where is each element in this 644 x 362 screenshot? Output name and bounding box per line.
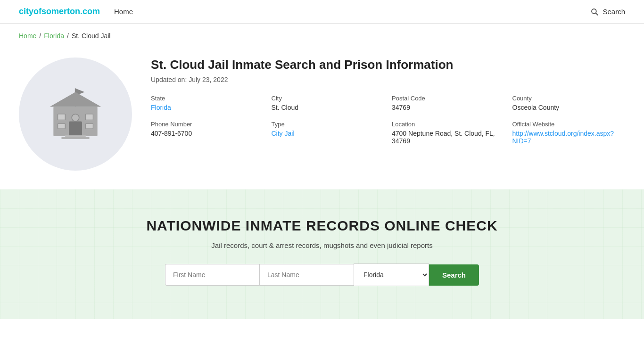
breadcrumb-sep-2: / xyxy=(67,32,69,40)
nav-home[interactable]: Home xyxy=(114,8,133,16)
info-county: County Osceola County xyxy=(512,95,626,111)
breadcrumb-state[interactable]: Florida xyxy=(44,32,64,40)
city-label: City xyxy=(272,95,385,102)
svg-marker-5 xyxy=(50,92,101,107)
postal-value: 34769 xyxy=(392,104,505,111)
state-label: State xyxy=(151,95,264,102)
phone-label: Phone Number xyxy=(151,121,264,128)
info-location: Location 4700 Neptune Road, St. Cloud, F… xyxy=(392,121,505,145)
svg-rect-10 xyxy=(86,114,93,120)
header-left: cityofsomerton.com Home xyxy=(19,7,133,16)
type-label: Type xyxy=(272,121,385,128)
info-state: State Florida xyxy=(151,95,264,111)
county-label: County xyxy=(512,95,626,102)
search-section-subtitle: Jail records, court & arrest records, mu… xyxy=(19,241,625,249)
header-search-button[interactable]: Search xyxy=(590,8,625,16)
search-section: NATIONWIDE INMATE RECORDS ONLINE CHECK J… xyxy=(0,189,644,319)
location-value: 4700 Neptune Road, St. Cloud, FL, 34769 xyxy=(392,130,505,145)
info-postal: Postal Code 34769 xyxy=(392,95,505,111)
main-content: St. Cloud Jail Inmate Search and Prison … xyxy=(0,48,644,189)
last-name-input[interactable] xyxy=(259,264,354,286)
header: cityofsomerton.com Home Search xyxy=(0,0,644,24)
website-value[interactable]: http://www.stcloud.org/index.aspx?NID=7 xyxy=(512,130,614,145)
facility-updated-date: Updated on: July 23, 2022 xyxy=(151,76,625,83)
facility-title: St. Cloud Jail Inmate Search and Prison … xyxy=(151,58,625,72)
type-value[interactable]: City Jail xyxy=(272,130,295,137)
search-button[interactable]: Search xyxy=(429,264,479,286)
county-value: Osceola County xyxy=(512,104,626,111)
breadcrumb: Home / Florida / St. Cloud Jail xyxy=(0,24,644,48)
facility-building-icon xyxy=(38,81,113,147)
search-section-title: NATIONWIDE INMATE RECORDS ONLINE CHECK xyxy=(19,218,625,234)
info-type: Type City Jail xyxy=(272,121,385,145)
svg-line-1 xyxy=(596,13,598,15)
facility-info: St. Cloud Jail Inmate Search and Prison … xyxy=(151,58,625,145)
svg-rect-13 xyxy=(61,137,89,139)
header-search-label: Search xyxy=(603,8,625,16)
svg-point-7 xyxy=(72,114,79,122)
search-icon xyxy=(590,8,599,16)
site-logo[interactable]: cityofsomerton.com xyxy=(19,7,100,16)
breadcrumb-home[interactable]: Home xyxy=(19,32,36,40)
location-label: Location xyxy=(392,121,505,128)
first-name-input[interactable] xyxy=(165,264,259,286)
info-grid: State Florida City St. Cloud Postal Code… xyxy=(151,95,625,145)
state-select[interactable]: AlabamaAlaskaArizonaArkansasCaliforniaCo… xyxy=(354,263,429,286)
website-label: Official Website xyxy=(512,121,626,128)
info-website: Official Website http://www.stcloud.org/… xyxy=(512,121,626,145)
svg-rect-11 xyxy=(86,123,93,129)
city-value: St. Cloud xyxy=(272,104,385,111)
breadcrumb-sep-1: / xyxy=(39,32,41,40)
info-city: City St. Cloud xyxy=(272,95,385,111)
svg-rect-8 xyxy=(58,114,66,120)
svg-rect-6 xyxy=(69,122,82,136)
phone-value: 407-891-6700 xyxy=(151,130,264,137)
state-value[interactable]: Florida xyxy=(151,104,171,111)
breadcrumb-current: St. Cloud Jail xyxy=(72,32,110,40)
inmate-search-form: AlabamaAlaskaArizonaArkansasCaliforniaCo… xyxy=(19,263,625,286)
svg-rect-9 xyxy=(58,123,66,129)
facility-image xyxy=(19,58,132,171)
postal-label: Postal Code xyxy=(392,95,505,102)
info-phone: Phone Number 407-891-6700 xyxy=(151,121,264,145)
